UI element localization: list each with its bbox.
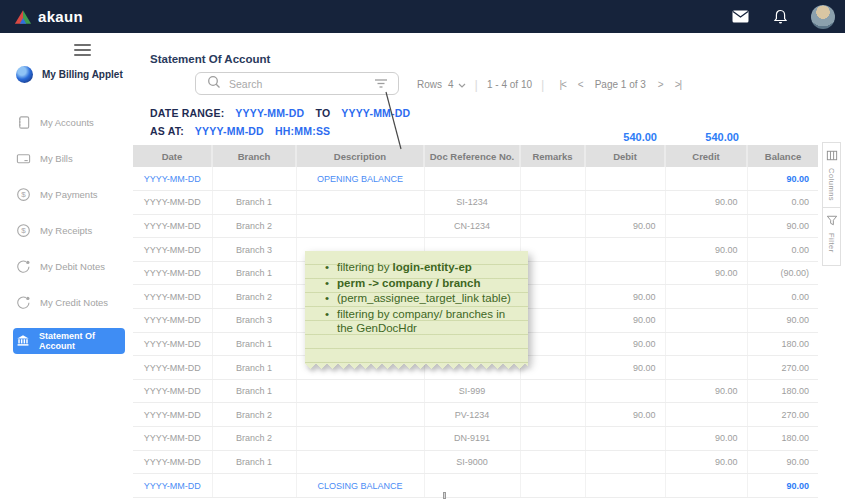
table-row[interactable]: YYYY-MM-DDOPENING BALANCE90.00 (133, 167, 818, 191)
filter-list-icon[interactable] (374, 75, 388, 93)
cell-balance: 90.00 (747, 214, 818, 238)
search-input[interactable] (229, 78, 374, 90)
top-navbar: akaun (0, 0, 845, 33)
annotation-text-segment: login-entity-ep (393, 261, 472, 273)
cell-balance: 270.00 (747, 356, 818, 380)
side-tab-label: Columns (827, 168, 836, 201)
sidebar-item-my-accounts[interactable]: My Accounts (13, 112, 125, 132)
cell-debit (585, 427, 665, 451)
chevron-down-icon[interactable] (458, 79, 466, 90)
cell-balance: 90.00 (747, 450, 818, 474)
cell-balance: 90.00 (747, 167, 818, 191)
annotation-bullet: filtering by company/ branches in the Ge… (325, 307, 518, 336)
sidebar-item-my-debit-notes[interactable]: My Debit Notes (13, 256, 125, 276)
side-tab-filter[interactable]: Filter (822, 208, 841, 266)
first-page-button[interactable]: |< (559, 79, 565, 90)
sidebar-item-my-receipts[interactable]: $My Receipts (13, 220, 125, 240)
cell-credit (665, 285, 747, 309)
last-page-button[interactable]: >| (675, 79, 681, 90)
column-header-doc-reference-no-[interactable]: Doc Reference No. (424, 145, 520, 167)
cell-date: YYYY-MM-DD (133, 167, 212, 191)
annotation-text-segment: (perm_assignee_target_link table) (337, 292, 511, 304)
cell-credit (665, 356, 747, 380)
table-row[interactable]: YYYY-MM-DDBranch 2CN-123490.0090.00 (133, 214, 818, 238)
cell-credit: 90.00 (665, 379, 747, 403)
bank-icon (16, 334, 30, 348)
cell-description (296, 379, 424, 403)
sidebar-applet-header[interactable]: My Billing Applet (16, 66, 123, 83)
cell-debit: 90.00 (585, 309, 665, 333)
cell-balance: 180.00 (747, 332, 818, 356)
sidebar-item-my-payments[interactable]: $My Payments (13, 184, 125, 204)
column-header-description[interactable]: Description (296, 145, 424, 167)
as-at-date-value[interactable]: YYYY-MM-DD (195, 125, 264, 137)
annotation-bullet: filtering by login-entity-ep (325, 260, 518, 275)
to-label: TO (316, 107, 331, 119)
rows-per-page-value[interactable]: 4 (448, 79, 454, 90)
cell-remarks (520, 261, 585, 285)
sidebar-item-statement-of-account[interactable]: Statement Of Account (13, 328, 125, 354)
cell-description (296, 450, 424, 474)
sidebar-item-my-credit-notes[interactable]: My Credit Notes (13, 292, 125, 312)
columns-icon (826, 147, 838, 165)
cell-debit: 90.00 (585, 332, 665, 356)
cursor-artifact (443, 492, 446, 499)
table-row[interactable]: YYYY-MM-DDBranch 2PV-123490.00270.00 (133, 403, 818, 427)
column-header-remarks[interactable]: Remarks (520, 145, 585, 167)
table-row[interactable]: YYYY-MM-DDBranch 1SI-99990.00180.00 (133, 379, 818, 403)
dollar-circle-icon: $ (16, 223, 31, 238)
table-header-row: DateBranchDescriptionDoc Reference No.Re… (133, 145, 818, 167)
cell-description: CLOSING BALANCE (296, 474, 424, 498)
cell-remarks (520, 332, 585, 356)
table-row[interactable]: YYYY-MM-DDCLOSING BALANCE90.00 (133, 474, 818, 498)
cell-balance: (90.00) (747, 261, 818, 285)
sidebar-item-label: My Credit Notes (40, 297, 108, 308)
column-header-branch[interactable]: Branch (212, 145, 296, 167)
table-row[interactable]: YYYY-MM-DDBranch 1SI-900090.0090.00 (133, 450, 818, 474)
sidebar-item-label: My Debit Notes (40, 261, 105, 272)
cell-branch: Branch 1 (212, 379, 296, 403)
side-tab-columns[interactable]: Columns (822, 142, 841, 208)
sidebar: My Billing Applet My AccountsMy Bills$My… (0, 33, 133, 502)
journal-icon (16, 115, 31, 130)
cell-balance: 90.00 (747, 309, 818, 333)
cell-credit (665, 332, 747, 356)
prev-page-button[interactable]: < (578, 79, 583, 90)
cell-debit (585, 191, 665, 215)
mail-icon[interactable] (731, 8, 749, 26)
table-row[interactable]: YYYY-MM-DDBranch 1SI-123490.000.00 (133, 191, 818, 215)
sidebar-item-my-bills[interactable]: My Bills (13, 148, 125, 168)
cell-credit: 90.00 (665, 427, 747, 451)
table-side-panel: ColumnsFilter (822, 142, 841, 266)
user-avatar[interactable] (811, 5, 835, 29)
next-page-button[interactable]: > (658, 79, 663, 90)
notification-bell-icon[interactable] (771, 8, 789, 26)
cell-remarks (520, 403, 585, 427)
as-at-time-value[interactable]: HH:MM:SS (275, 125, 330, 137)
cell-credit (665, 403, 747, 427)
brand-logo[interactable]: akaun (14, 8, 83, 25)
search-box (195, 72, 399, 95)
cell-date: YYYY-MM-DD (133, 403, 212, 427)
credit-total: 540.00 (665, 131, 739, 143)
column-header-balance[interactable]: Balance (747, 145, 818, 167)
cell-remarks (520, 427, 585, 451)
sidebar-item-label: Statement Of Account (39, 331, 125, 351)
cell-remarks (520, 285, 585, 309)
column-header-date[interactable]: Date (133, 145, 212, 167)
date-from-value[interactable]: YYYY-MM-DD (235, 107, 304, 119)
app-window: akaun My Billing Applet My AccountsMy Bi… (0, 0, 845, 502)
cell-branch: Branch 2 (212, 285, 296, 309)
date-to-value[interactable]: YYYY-MM-DD (341, 107, 410, 119)
sidebar-item-label: My Payments (40, 189, 98, 200)
date-range-row: DATE RANGE: YYYY-MM-DD TO YYYY-MM-DD (150, 107, 418, 119)
cell-doc_ref (424, 474, 520, 498)
cell-date: YYYY-MM-DD (133, 450, 212, 474)
cell-debit (585, 238, 665, 262)
column-header-debit[interactable]: Debit (585, 145, 665, 167)
cell-balance: 270.00 (747, 403, 818, 427)
cell-debit: 90.00 (585, 214, 665, 238)
table-row[interactable]: YYYY-MM-DDBranch 2DN-919190.00180.00 (133, 427, 818, 451)
column-header-credit[interactable]: Credit (665, 145, 747, 167)
hamburger-menu-icon[interactable] (74, 44, 91, 59)
